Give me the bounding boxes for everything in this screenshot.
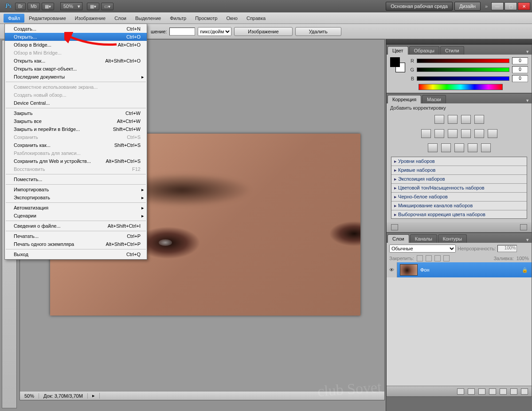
menu-редактирование[interactable]: Редактирование [24, 14, 70, 23]
delete-button[interactable]: Удалить [295, 27, 341, 36]
zoom-combo[interactable]: 50% [60, 2, 82, 10]
trash-icon[interactable] [520, 224, 527, 230]
status-zoom[interactable]: 50% [20, 393, 39, 399]
levels-icon[interactable] [448, 115, 458, 124]
preset-item[interactable]: Черно-белое наборов [391, 193, 527, 202]
vibrance-icon[interactable] [421, 129, 431, 138]
blend-mode-select[interactable]: Обычные [389, 245, 456, 253]
image-button[interactable]: Изображение [234, 27, 292, 36]
tab-Стили[interactable]: Стили [440, 46, 464, 55]
br-button[interactable]: Br [15, 3, 26, 10]
menuitem[interactable]: ЗакрытьCtrl+W [5, 109, 147, 117]
menu-слои[interactable]: Слои [110, 14, 131, 23]
menuitem[interactable]: Сохранить как...Shift+Ctrl+S [5, 141, 147, 149]
menuitem[interactable]: Автоматизация [5, 204, 147, 212]
selcolor-icon[interactable] [481, 143, 491, 152]
close-button[interactable]: ✕ [518, 2, 530, 10]
adj-icon[interactable] [489, 388, 496, 395]
slider-G[interactable] [417, 67, 509, 72]
preset-item[interactable]: Экспозиция наборов [391, 175, 527, 184]
preset-item[interactable]: Уровни наборов [391, 157, 527, 166]
menuitem[interactable]: Сценарии [5, 212, 147, 220]
status-arrow-icon[interactable]: ▸ [88, 393, 100, 399]
invert-icon[interactable] [428, 143, 438, 152]
tab-Образцы[interactable]: Образцы [409, 46, 439, 55]
menuitem[interactable]: Поместить... [5, 175, 147, 183]
menu-справка[interactable]: Справка [242, 14, 270, 23]
layer-thumbnail[interactable] [400, 264, 418, 276]
menuitem[interactable]: Закрыть всеAlt+Ctrl+W [5, 117, 147, 125]
panel-menu-icon[interactable]: ▾ [524, 49, 532, 55]
preset-item[interactable]: Цветовой тон/Насыщенность наборов [391, 184, 527, 193]
curves-icon[interactable] [461, 115, 471, 124]
tab-Цвет[interactable]: Цвет [387, 46, 408, 55]
menuitem[interactable]: Последние документы [5, 73, 147, 81]
visibility-icon[interactable]: 👁 [387, 262, 397, 277]
slider-R[interactable] [417, 59, 509, 63]
menuitem[interactable]: Печать одного экземпляраAlt+Shift+Ctrl+P [5, 240, 147, 248]
delete-layer-icon[interactable] [521, 388, 528, 395]
menu-изображение[interactable]: Изображение [70, 14, 110, 23]
tab-Слои[interactable]: Слои [387, 234, 409, 243]
mb-button[interactable]: Mb [27, 3, 40, 10]
bw-icon[interactable] [461, 129, 471, 138]
fg-swatch[interactable] [390, 57, 400, 67]
mixer-icon[interactable] [488, 129, 497, 138]
value-B[interactable]: 0 [512, 75, 528, 82]
view-extras-button[interactable]: ▦▾ [87, 3, 99, 10]
gradmap-icon[interactable] [468, 143, 477, 152]
balance-icon[interactable] [448, 129, 458, 138]
value-R[interactable]: 0 [512, 57, 528, 64]
brightness-icon[interactable] [434, 115, 444, 124]
menuitem[interactable]: Открыть...Ctrl+O [5, 33, 147, 41]
fill-input[interactable]: 100% [516, 256, 529, 261]
menuitem[interactable]: Device Central... [5, 99, 147, 107]
menuitem[interactable]: Закрыть и перейти в Bridge...Shift+Ctrl+… [5, 125, 147, 133]
workspace-primary[interactable]: Основная рабочая среда [386, 2, 453, 11]
menuitem[interactable]: Создать...Ctrl+N [5, 25, 147, 33]
tab-Каналы[interactable]: Каналы [410, 234, 437, 243]
unit-select[interactable]: пикс/дюйм [198, 27, 231, 36]
layer-row[interactable]: 👁 Фон 🔒 [387, 262, 532, 277]
minimize-button[interactable]: — [491, 2, 504, 10]
hue-icon[interactable] [434, 129, 444, 138]
poster-icon[interactable] [441, 143, 451, 152]
lock-move-icon[interactable] [434, 255, 441, 261]
photofilter-icon[interactable] [474, 129, 484, 138]
swatch-box[interactable] [390, 57, 405, 72]
menuitem[interactable]: Сохранить для Web и устройств...Alt+Shif… [5, 157, 147, 165]
more-workspaces-icon[interactable]: » [482, 4, 490, 9]
exposure-icon[interactable] [474, 115, 484, 124]
presets-list[interactable]: Уровни наборовКривые наборовЭкспозиция н… [391, 157, 527, 219]
maximize-button[interactable]: ▢ [505, 2, 517, 10]
menu-файл[interactable]: Файл [4, 14, 24, 23]
workspace-secondary[interactable]: Дизайн [454, 2, 481, 11]
menuitem[interactable]: ВыходCtrl+Q [5, 250, 147, 258]
layer-list[interactable]: 👁 Фон 🔒 [387, 262, 532, 386]
menuitem[interactable]: Печатать...Ctrl+P [5, 232, 147, 240]
new-layer-icon[interactable] [510, 388, 517, 395]
menu-просмотр[interactable]: Просмотр [191, 14, 222, 23]
preset-item[interactable]: Микширование каналов наборов [391, 202, 527, 210]
threshold-icon[interactable] [454, 143, 464, 152]
menuitem[interactable]: Импортировать [5, 186, 147, 194]
preset-item[interactable]: Кривые наборов [391, 166, 527, 175]
lock-trans-icon[interactable] [417, 255, 423, 261]
tab-Коррекция[interactable]: Коррекция [387, 95, 421, 103]
panel-menu-icon[interactable]: ▾ [524, 237, 532, 243]
preset-item[interactable]: Выборочная коррекция цвета наборов [391, 210, 527, 219]
mask-icon[interactable] [478, 388, 485, 395]
fx-icon[interactable] [468, 388, 475, 395]
menu-окно[interactable]: Окно [222, 14, 242, 23]
panel-menu-icon[interactable]: ▾ [524, 98, 532, 103]
group-icon[interactable] [500, 388, 507, 395]
opacity-input[interactable]: 100% [497, 245, 517, 252]
menuitem[interactable]: Сведения о файле...Alt+Shift+Ctrl+I [5, 222, 147, 230]
lock-paint-icon[interactable] [426, 255, 432, 261]
menu-фильтр[interactable]: Фильтр [165, 14, 191, 23]
value-G[interactable]: 0 [512, 66, 528, 73]
arrange-button[interactable]: ▦▾ [42, 3, 54, 10]
lock-all-icon[interactable] [443, 255, 450, 261]
expand-icon[interactable] [391, 224, 398, 230]
menuitem[interactable]: Обзор в Bridge...Alt+Ctrl+O [5, 41, 147, 49]
